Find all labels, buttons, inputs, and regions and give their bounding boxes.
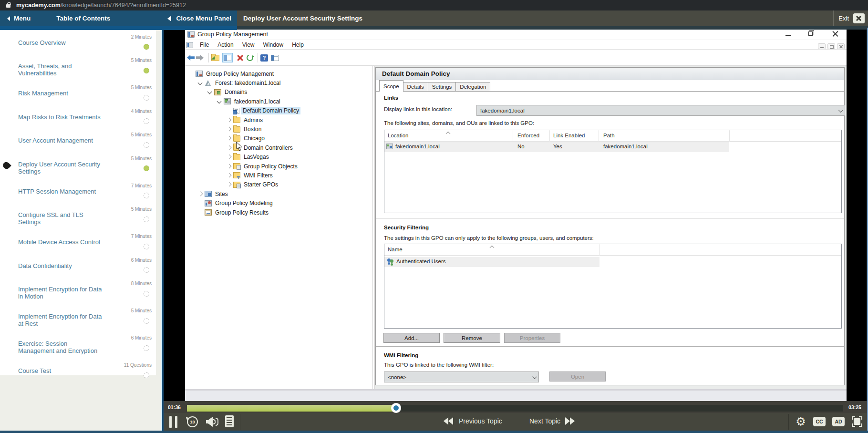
- toc-item[interactable]: Risk Management 5 Minutes: [0, 81, 156, 105]
- tree-item[interactable]: Forest: fakedomain1.local: [185, 78, 372, 87]
- pause-button[interactable]: [169, 416, 178, 428]
- tree-item[interactable]: Group Policy Results: [185, 208, 372, 217]
- tree-item[interactable]: Group Policy Objects: [185, 162, 372, 171]
- toc-item[interactable]: Implement Encryption for Data at Rest 5 …: [0, 304, 156, 331]
- tree-chevron-icon[interactable]: [225, 118, 233, 123]
- pane-tab[interactable]: Scope: [379, 80, 403, 92]
- tree-node-icon: [233, 172, 240, 178]
- tree-item[interactable]: Domains: [185, 88, 372, 97]
- pane-tab[interactable]: Settings: [428, 82, 456, 92]
- mdi-close-icon[interactable]: [837, 43, 845, 49]
- column-header[interactable]: Link Enabled: [553, 133, 585, 138]
- export-list-icon[interactable]: [211, 55, 219, 61]
- tree-chevron-icon[interactable]: [196, 81, 205, 85]
- properties-button[interactable]: Properties: [504, 333, 560, 343]
- toc-item[interactable]: Course Overview 2 Minutes: [0, 30, 156, 54]
- tree-item[interactable]: Group Policy Management: [185, 69, 372, 78]
- tree-chevron-icon[interactable]: [225, 173, 233, 178]
- mdi-minimize-icon[interactable]: [818, 43, 826, 49]
- security-table-row[interactable]: Authenticated Users: [384, 257, 599, 267]
- open-button[interactable]: Open: [549, 371, 606, 381]
- column-header[interactable]: Enforced: [517, 133, 539, 138]
- tree-chevron-icon[interactable]: [206, 90, 214, 94]
- tree-chevron-icon[interactable]: [225, 182, 233, 187]
- toc-item[interactable]: Exercise: Session Management and Encrypt…: [0, 331, 156, 359]
- toc-item[interactable]: Map Risks to Risk Treatments 4 Minutes: [0, 104, 156, 128]
- rewind-10-button[interactable]: 10: [187, 416, 198, 427]
- delete-icon[interactable]: [237, 54, 244, 62]
- next-topic-button[interactable]: Next Topic: [529, 417, 560, 425]
- toc-item[interactable]: Configure SSL and TLS Settings 5 Minutes: [0, 203, 156, 230]
- help-icon[interactable]: [260, 54, 268, 62]
- menu-bar-item[interactable]: Window: [259, 41, 288, 48]
- remove-button[interactable]: Remove: [444, 333, 500, 343]
- next-topic-icon[interactable]: [565, 417, 576, 425]
- previous-topic-button[interactable]: Previous Topic: [459, 417, 502, 425]
- toc-item[interactable]: User Account Management 5 Minutes: [0, 128, 156, 152]
- toc-item[interactable]: Asset, Threats, and Vulnerabilities 5 Mi…: [0, 54, 156, 81]
- tree-item[interactable]: Chicago: [185, 134, 372, 143]
- tree-item[interactable]: Admins: [185, 115, 372, 124]
- tree-item[interactable]: Default Domain Policy: [185, 106, 372, 115]
- menu-bar-item[interactable]: Action: [213, 41, 238, 48]
- tree-chevron-icon[interactable]: [225, 155, 233, 159]
- tree-chevron-icon[interactable]: [225, 145, 233, 150]
- tree-node-label: Starter GPOs: [242, 181, 279, 188]
- tree-item[interactable]: Group Policy Modeling: [185, 198, 372, 207]
- tree-item[interactable]: LasVegas: [185, 153, 372, 162]
- new-window-icon[interactable]: [271, 55, 279, 61]
- tree-chevron-icon[interactable]: [225, 136, 233, 141]
- wmi-dropdown[interactable]: <none>: [384, 371, 539, 382]
- progress-track[interactable]: [187, 405, 843, 412]
- pane-tab[interactable]: Details: [403, 82, 428, 92]
- tree-item[interactable]: WMI Filters: [185, 171, 372, 180]
- tree-item[interactable]: Domain Controllers: [185, 143, 372, 152]
- column-header[interactable]: Name: [388, 247, 403, 252]
- toc-item[interactable]: Course Test 11 Questions: [0, 359, 156, 382]
- toc-item[interactable]: Deploy User Account Security Settings 5 …: [0, 152, 156, 179]
- settings-gear-icon[interactable]: [795, 416, 806, 427]
- toc-item[interactable]: HTTP Session Management 7 Minutes: [0, 179, 156, 203]
- tree-chevron-icon[interactable]: [196, 192, 205, 196]
- previous-topic-icon[interactable]: [444, 417, 454, 425]
- forward-icon[interactable]: [196, 55, 204, 61]
- menu-bar-item[interactable]: Help: [288, 41, 308, 48]
- video-frame[interactable]: Group Policy Management FileActionViewWi…: [164, 30, 867, 401]
- window-minimize-icon[interactable]: [785, 35, 791, 36]
- menu-button[interactable]: Menu: [0, 15, 31, 22]
- closed-captions-button[interactable]: CC: [813, 417, 826, 426]
- tree-item[interactable]: fakedomain1.local: [185, 97, 372, 106]
- status-circle-icon: [144, 216, 149, 222]
- refresh-icon[interactable]: [246, 53, 254, 62]
- toc-item[interactable]: Mobile Device Access Control 7 Minutes: [0, 230, 156, 254]
- column-header[interactable]: Location: [388, 133, 408, 138]
- column-header[interactable]: Path: [603, 133, 615, 138]
- tree-item[interactable]: Sites: [185, 189, 372, 198]
- mdi-restore-icon[interactable]: [827, 43, 835, 49]
- window-close-icon[interactable]: [832, 31, 838, 37]
- exit-close-button[interactable]: [853, 13, 865, 23]
- add-button[interactable]: Add...: [383, 333, 440, 343]
- progress-knob[interactable]: [391, 403, 401, 413]
- tree-item[interactable]: Starter GPOs: [185, 180, 372, 189]
- close-menu-panel-button[interactable]: Close Menu Panel: [167, 15, 237, 22]
- tree-node-icon: [205, 80, 212, 86]
- tree-item[interactable]: Boston: [185, 124, 372, 134]
- show-panes-icon[interactable]: [222, 53, 233, 62]
- back-icon[interactable]: [187, 55, 195, 61]
- tree-chevron-icon[interactable]: [216, 99, 224, 104]
- links-table-row[interactable]: fakedomain1.local No Yes fakedomain1.loc…: [384, 142, 729, 152]
- pane-tab[interactable]: Delegation: [455, 82, 490, 92]
- menu-bar-item[interactable]: File: [196, 41, 213, 48]
- fullscreen-button[interactable]: [852, 416, 862, 427]
- transcript-button[interactable]: [225, 415, 234, 427]
- tree-chevron-icon[interactable]: [225, 164, 233, 169]
- tree-chevron-icon[interactable]: [225, 127, 233, 132]
- audio-description-button[interactable]: AD: [832, 417, 845, 426]
- menu-bar-item[interactable]: View: [238, 41, 259, 48]
- toc-item[interactable]: Implement Encryption for Data in Motion …: [0, 277, 156, 304]
- location-dropdown[interactable]: fakedomain1.local: [476, 105, 845, 116]
- window-restore-icon[interactable]: [808, 31, 813, 36]
- toc-item[interactable]: Data Confidentiality 6 Minutes: [0, 253, 156, 277]
- volume-button[interactable]: [206, 417, 218, 427]
